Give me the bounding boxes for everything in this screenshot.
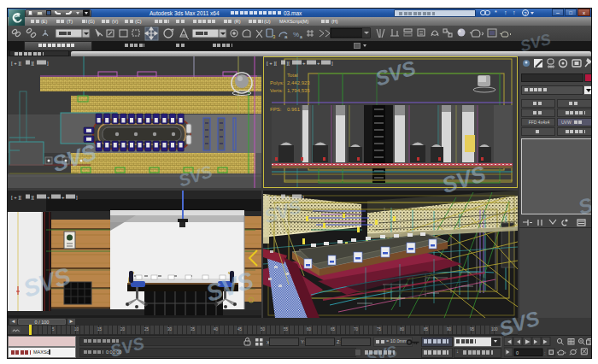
svg-text:Polys:: Polys: (270, 80, 284, 85)
svg-text:3: 3 (273, 34, 276, 39)
svg-text:[ + ][: [ + ][ (267, 195, 277, 200)
svg-text:2,442,923: 2,442,923 (287, 80, 310, 85)
svg-text:Verts:: Verts: (270, 88, 284, 93)
svg-text:][: ][ (32, 61, 35, 66)
svg-text:+: + (62, 195, 65, 200)
svg-text:0: 0 (516, 350, 519, 355)
svg-text:[ + ][: [ + ][ (11, 195, 21, 200)
svg-text:+: + (302, 61, 306, 66)
svg-text:a: a (284, 34, 288, 39)
svg-text:+: + (317, 61, 320, 66)
svg-text:[ + ][: [ + ][ (267, 61, 277, 66)
svg-text:1,794,535: 1,794,535 (287, 88, 310, 93)
svg-text:Total: Total (287, 73, 298, 78)
svg-text:[ + ][: [ + ][ (11, 61, 21, 66)
svg-text:+: + (47, 195, 50, 200)
svg-text:][: ][ (287, 61, 290, 66)
svg-text::: : (544, 350, 546, 355)
svg-text:a: a (300, 34, 302, 39)
svg-text:][: ][ (287, 195, 290, 200)
svg-text:FPS:: FPS: (270, 107, 282, 112)
svg-text:%: % (293, 31, 299, 38)
svg-text:0.961: 0.961 (287, 107, 301, 112)
svg-text:][: ][ (32, 195, 35, 200)
